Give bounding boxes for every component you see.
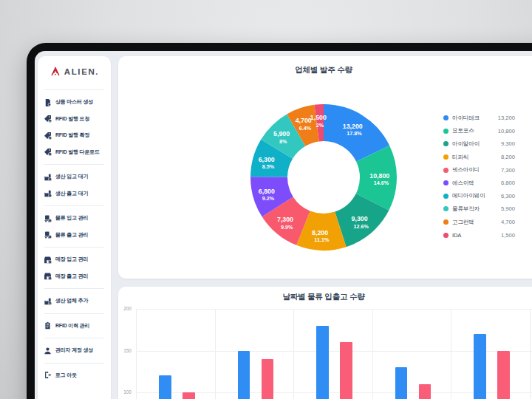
sidebar-item-tag-download[interactable]: ↓RFID 발행 다운로드	[38, 144, 111, 161]
gridline	[372, 309, 373, 399]
bar-series-2[interactable]	[497, 351, 510, 399]
legend-item[interactable]: 요토포스 10,800	[443, 125, 515, 138]
legend-item[interactable]: 티피씨 8,200	[443, 151, 515, 164]
bar-series-2[interactable]	[419, 384, 432, 399]
sidebar-item-factory-out[interactable]: ↑생산 출고 대기	[38, 185, 111, 202]
sidebar-item-label: 생산 출고 대기	[55, 190, 88, 197]
sidebar-item-label: 로그 아웃	[55, 372, 77, 379]
sidebar-item-tag-check[interactable]: ✓RFID 발행 확정	[38, 127, 111, 144]
legend-color-dot	[443, 219, 449, 225]
legend-label: 티피씨	[452, 154, 501, 161]
brand-logo: ALIEN.	[38, 58, 111, 86]
legend-color-dot	[443, 180, 449, 185]
device-bezel: ALIEN. 상품 마스터 생성+RFID 발행 요청✓RFID 발행 확정↓R…	[27, 43, 532, 399]
sidebar-item-label: 물류 입고 관리	[55, 214, 88, 222]
legend-item[interactable]: 에스이택 6,800	[443, 177, 515, 190]
bar-series-2[interactable]	[262, 359, 274, 399]
sidebar-nav: 상품 마스터 생성+RFID 발행 요청✓RFID 발행 확정↓RFID 발행 …	[38, 94, 111, 383]
tag-check-icon: ✓	[44, 132, 52, 140]
donut-chart-card: 업체별 발주 수량 13,200 17.8% 10,800 14.6% 9,30…	[118, 56, 532, 279]
bar-chart-card: 날짜별 물류 입출고 수량 200150100	[118, 287, 532, 399]
gridline	[136, 309, 532, 310]
legend-item[interactable]: 메디아이웨이 6,300	[443, 190, 515, 203]
logistics-out-icon: ↑	[44, 231, 52, 239]
legend-value: 6,300	[501, 193, 515, 200]
bar-series-1[interactable]	[159, 375, 171, 399]
legend-value: 4,700	[501, 219, 515, 225]
legend-color-dot	[443, 129, 449, 134]
y-axis-tick: 200	[118, 306, 132, 311]
factory-in-icon: ↓	[44, 173, 52, 181]
sidebar-item-logout[interactable]: 로그 아웃	[38, 367, 111, 384]
sidebar-item-logistics-out[interactable]: ↑물류 출고 관리	[38, 227, 111, 244]
file-gear-icon	[44, 98, 52, 106]
legend-value: 6,800	[501, 180, 515, 186]
divider	[44, 164, 104, 165]
divider	[44, 205, 104, 206]
legend-label: 고그런택	[452, 219, 501, 226]
legend-color-dot	[443, 154, 449, 160]
bar-series-2[interactable]	[340, 342, 352, 399]
svg-text:✓: ✓	[49, 137, 51, 140]
sidebar-item-label: 물류 출고 관리	[55, 231, 88, 239]
factory-out-icon: ↑	[44, 189, 52, 197]
svg-text:↓: ↓	[50, 153, 51, 156]
svg-text:↑: ↑	[50, 236, 51, 239]
tag-download-icon: ↓	[44, 148, 52, 156]
legend-item[interactable]: IDA 1,500	[443, 228, 515, 242]
bar-series-1[interactable]	[474, 334, 486, 399]
sidebar-item-label: RFID 발행 확정	[55, 132, 89, 139]
legend-label: 아이디테크	[452, 115, 498, 122]
legend-value: 5,900	[501, 205, 515, 212]
bar-chart: 200150100	[118, 287, 532, 399]
legend-label: 물류부작자	[452, 205, 501, 213]
divider	[44, 363, 104, 364]
sidebar-item-factory-plus[interactable]: +생산 업체 추가	[38, 293, 111, 310]
sidebar-item-user[interactable]: 관리자 계정 생성	[38, 342, 111, 359]
legend-value: 8,200	[501, 154, 515, 160]
gridline	[136, 392, 532, 393]
legend-color-dot	[443, 141, 449, 146]
legend-color-dot	[443, 115, 449, 120]
factory-plus-icon: +	[44, 297, 52, 305]
legend-item[interactable]: 아이알아이 9,300	[443, 137, 515, 151]
legend-item[interactable]: 아이디테크 13,200	[443, 112, 515, 125]
svg-text:↓: ↓	[50, 261, 51, 264]
svg-text:↑: ↑	[50, 194, 51, 197]
y-axis-tick: 150	[118, 348, 132, 353]
sidebar-item-label: RFID 발행 요청	[55, 115, 89, 123]
legend-label: 메디아이웨이	[452, 192, 501, 200]
sidebar-item-factory-in[interactable]: ↓생산 입고 대기	[38, 168, 111, 185]
gridline	[451, 309, 451, 399]
history-icon	[44, 321, 52, 330]
svg-text:↓: ↓	[50, 219, 51, 222]
bar-series-2[interactable]	[183, 392, 195, 399]
sidebar-item-store-in[interactable]: ↓매장 입고 관리	[38, 251, 111, 268]
sidebar-item-tag-plus[interactable]: +RFID 발행 요청	[38, 111, 111, 128]
sidebar-item-label: RFID 발행 다운로드	[55, 149, 100, 156]
divider	[44, 313, 104, 314]
legend-item[interactable]: 넥스아이디 7,300	[443, 163, 515, 177]
gridline	[293, 309, 294, 399]
sidebar-item-file-gear[interactable]: 상품 마스터 생성	[38, 94, 111, 111]
sidebar-item-store-out[interactable]: ↑매장 출고 관리	[38, 268, 111, 285]
screen: ALIEN. 상품 마스터 생성+RFID 발행 요청✓RFID 발행 확정↓R…	[35, 51, 532, 399]
bar-series-1[interactable]	[316, 326, 329, 399]
alien-logo-mark-icon	[50, 66, 61, 78]
legend-item[interactable]: 고그런택 4,700	[443, 216, 515, 229]
bar-series-1[interactable]	[395, 367, 408, 399]
sidebar-item-logistics-in[interactable]: ↓물류 입고 관리	[38, 210, 111, 227]
svg-text:↓: ↓	[50, 178, 51, 181]
legend-label: 요토포스	[452, 127, 498, 134]
sidebar-item-history[interactable]: RFID 이력 관리	[38, 318, 111, 335]
legend-color-dot	[443, 206, 449, 211]
sidebar: ALIEN. 상품 마스터 생성+RFID 발행 요청✓RFID 발행 확정↓R…	[38, 56, 111, 399]
bar-series-1[interactable]	[238, 351, 250, 399]
donut-chart-title: 업체별 발주 수량	[118, 65, 529, 75]
legend-label: 아이알아이	[452, 140, 501, 148]
sidebar-item-label: RFID 이력 관리	[55, 322, 89, 330]
svg-text:↑: ↑	[50, 277, 51, 280]
logistics-in-icon: ↓	[44, 214, 52, 222]
legend-item[interactable]: 물류부작자 5,900	[443, 202, 515, 216]
sidebar-item-label: 관리자 계정 생성	[55, 347, 93, 354]
